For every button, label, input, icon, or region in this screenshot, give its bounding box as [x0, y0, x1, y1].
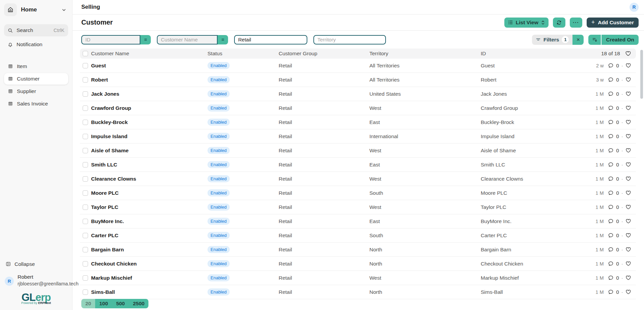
customer-name-filter-operator-button[interactable]: =: [218, 35, 228, 44]
like-heart-icon[interactable]: [625, 190, 631, 196]
search-input[interactable]: Search CtrlK: [4, 24, 68, 36]
workspace-switcher[interactable]: Home: [4, 3, 68, 16]
comment-icon[interactable]: [608, 105, 614, 111]
cell-customer-name[interactable]: Impulse Island: [91, 133, 207, 140]
like-heart-icon[interactable]: [625, 77, 631, 83]
cell-customer-name[interactable]: Buckley-Brock: [91, 119, 207, 125]
sidebar-item-customer[interactable]: Customer: [4, 73, 68, 85]
like-heart-icon[interactable]: [625, 176, 631, 182]
vertical-scrollbar[interactable]: [640, 50, 643, 308]
like-heart-icon[interactable]: [625, 105, 631, 111]
row-checkbox[interactable]: [83, 91, 88, 97]
row-checkbox[interactable]: [83, 105, 88, 111]
row-checkbox[interactable]: [83, 190, 88, 196]
sort-direction-button[interactable]: [588, 35, 601, 45]
like-heart-icon[interactable]: [625, 218, 631, 224]
territory-filter-input[interactable]: [313, 35, 386, 44]
comment-icon[interactable]: [608, 119, 614, 125]
row-checkbox[interactable]: [83, 162, 88, 167]
like-heart-icon[interactable]: [625, 247, 631, 252]
table-row[interactable]: Smith LLC Enabled Retail East Smith LLC …: [80, 158, 636, 172]
table-row[interactable]: Clearance Clowns Enabled Retail West Cle…: [80, 172, 636, 186]
comment-icon[interactable]: [608, 190, 614, 196]
comment-icon[interactable]: [608, 162, 614, 167]
table-row[interactable]: Aisle of Shame Enabled Retail West Aisle…: [80, 144, 636, 158]
table-row[interactable]: Sims-Ball Enabled Retail North Sims-Ball…: [80, 285, 636, 299]
add-customer-button[interactable]: + Add Customer: [587, 18, 639, 28]
user-profile[interactable]: R Robert rjbloesser@greenllama.tech: [4, 274, 68, 286]
comment-icon[interactable]: [608, 133, 614, 139]
like-heart-icon[interactable]: [625, 204, 631, 210]
like-filter-heart-icon[interactable]: [625, 51, 631, 57]
id-filter-operator-button[interactable]: =: [140, 35, 151, 44]
sidebar-item-supplier[interactable]: Supplier: [4, 86, 68, 97]
row-checkbox[interactable]: [83, 63, 88, 68]
like-heart-icon[interactable]: [625, 119, 631, 125]
id-filter-input[interactable]: [81, 35, 140, 44]
comment-icon[interactable]: [608, 63, 614, 68]
row-checkbox[interactable]: [83, 289, 88, 295]
collapse-sidebar-button[interactable]: Collapse: [4, 261, 68, 267]
table-row[interactable]: Impulse Island Enabled Retail Internatio…: [80, 129, 636, 144]
page-size-20[interactable]: 20: [81, 299, 95, 308]
like-heart-icon[interactable]: [625, 275, 631, 281]
cell-customer-name[interactable]: Bargain Barn: [91, 247, 207, 253]
cell-customer-name[interactable]: Smith LLC: [91, 162, 207, 168]
customer-name-filter-input[interactable]: [157, 35, 218, 44]
row-checkbox[interactable]: [83, 77, 88, 83]
more-options-button[interactable]: ···: [570, 18, 582, 28]
row-checkbox[interactable]: [83, 148, 88, 153]
page-size-100[interactable]: 100: [95, 299, 112, 308]
like-heart-icon[interactable]: [625, 289, 631, 295]
row-checkbox[interactable]: [83, 176, 88, 182]
cell-customer-name[interactable]: Checkout Chicken: [91, 261, 207, 267]
customer-group-filter-input[interactable]: [234, 35, 307, 44]
filters-button[interactable]: Filters 1: [532, 35, 573, 45]
row-checkbox[interactable]: [83, 205, 88, 210]
cell-customer-name[interactable]: Markup Mischief: [91, 275, 207, 281]
like-heart-icon[interactable]: [625, 63, 631, 68]
cell-customer-name[interactable]: Crawford Group: [91, 105, 207, 111]
refresh-button[interactable]: [553, 18, 565, 28]
cell-customer-name[interactable]: Taylor PLC: [91, 204, 207, 210]
comment-icon[interactable]: [608, 218, 614, 224]
table-row[interactable]: Taylor PLC Enabled Retail West Taylor PL…: [80, 200, 636, 214]
table-row[interactable]: BuyMore Inc. Enabled Retail East BuyMore…: [80, 214, 636, 228]
row-checkbox[interactable]: [83, 219, 88, 224]
list-view-selector[interactable]: List View: [504, 18, 549, 28]
comment-icon[interactable]: [608, 275, 614, 281]
cell-customer-name[interactable]: Sims-Ball: [91, 289, 207, 295]
sidebar-item-item[interactable]: Item: [4, 61, 68, 72]
cell-customer-name[interactable]: Clearance Clowns: [91, 176, 207, 182]
cell-customer-name[interactable]: Robert: [91, 77, 207, 83]
cell-customer-name[interactable]: Jack Jones: [91, 91, 207, 97]
sidebar-item-sales-invoice[interactable]: Sales Invoice: [4, 98, 68, 110]
table-row[interactable]: Checkout Chicken Enabled Retail North Ch…: [80, 257, 636, 271]
row-checkbox[interactable]: [83, 275, 88, 281]
comment-icon[interactable]: [608, 91, 614, 97]
page-size-500[interactable]: 500: [112, 299, 129, 308]
comment-icon[interactable]: [608, 148, 614, 153]
row-checkbox[interactable]: [83, 134, 88, 139]
table-row[interactable]: Carter PLC Enabled Retail South Carter P…: [80, 228, 636, 243]
comment-icon[interactable]: [608, 247, 614, 252]
topbar-avatar[interactable]: R: [629, 3, 639, 12]
page-size-2500[interactable]: 2500: [129, 299, 148, 308]
like-heart-icon[interactable]: [625, 261, 631, 267]
table-row[interactable]: Buckley-Brock Enabled Retail East Buckle…: [80, 115, 636, 129]
comment-icon[interactable]: [608, 204, 614, 210]
like-heart-icon[interactable]: [625, 162, 631, 167]
row-checkbox[interactable]: [83, 261, 88, 267]
table-row[interactable]: Crawford Group Enabled Retail West Crawf…: [80, 101, 636, 115]
table-row[interactable]: Robert Enabled Retail All Territories Ro…: [80, 73, 636, 87]
table-row[interactable]: Guest Enabled Retail All Territories Gue…: [80, 59, 636, 73]
notification-button[interactable]: Notification: [4, 38, 68, 51]
cell-customer-name[interactable]: Moore PLC: [91, 190, 207, 196]
like-heart-icon[interactable]: [625, 148, 631, 153]
like-heart-icon[interactable]: [625, 232, 631, 238]
comment-icon[interactable]: [608, 232, 614, 238]
comment-icon[interactable]: [608, 77, 614, 83]
cell-customer-name[interactable]: BuyMore Inc.: [91, 218, 207, 224]
table-row[interactable]: Bargain Barn Enabled Retail North Bargai…: [80, 243, 636, 257]
table-row[interactable]: Jack Jones Enabled Retail United States …: [80, 87, 636, 101]
